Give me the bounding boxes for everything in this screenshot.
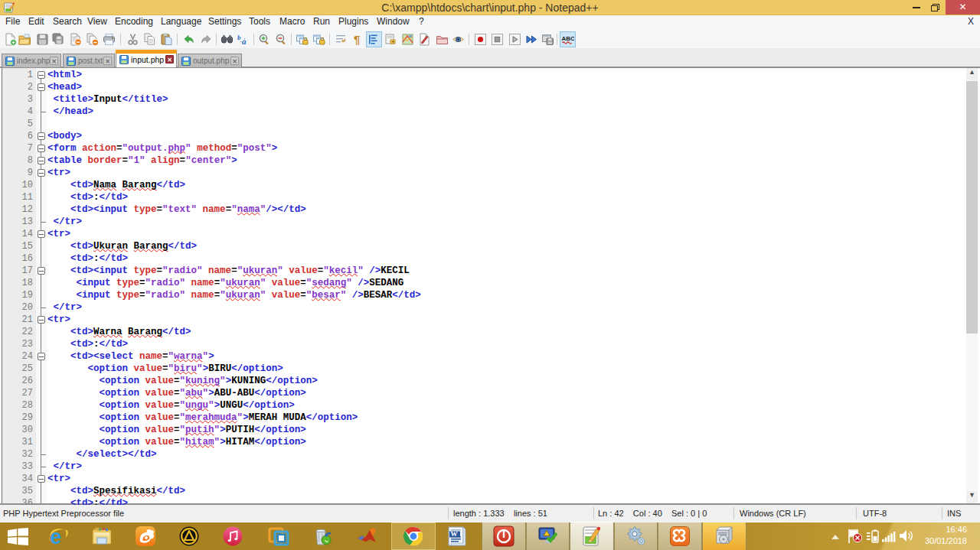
svg-text:ABC: ABC <box>562 35 575 42</box>
svg-text:b: b <box>237 34 241 41</box>
svg-text:W: W <box>451 530 458 538</box>
svg-text:¶: ¶ <box>354 33 360 46</box>
svg-text:e: e <box>50 526 61 547</box>
